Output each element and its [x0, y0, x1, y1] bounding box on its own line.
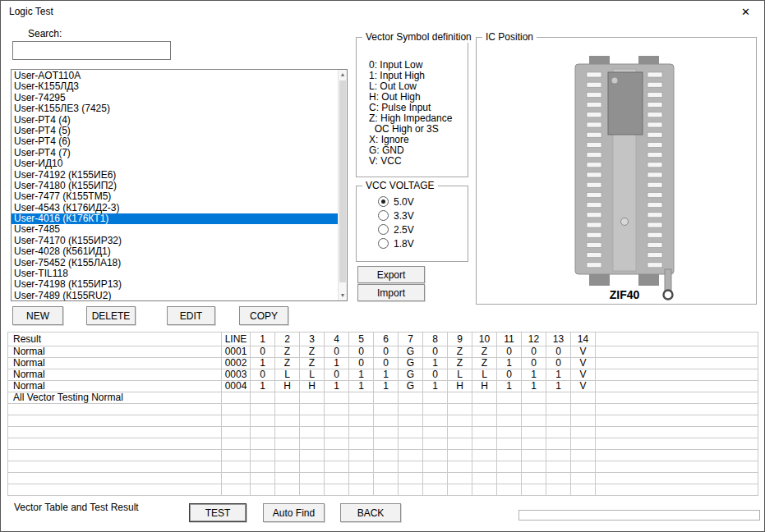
vector-row[interactable]: Normal00041HH111G1HH111V	[8, 381, 758, 392]
test-button[interactable]: TEST	[189, 503, 247, 522]
vector-row[interactable]: Normal00021ZZ100G1ZZ100V	[8, 358, 758, 369]
zif-socket-graphic: ZIF40	[559, 54, 698, 302]
device-list-item[interactable]: User-К155ЛД3	[12, 81, 338, 92]
empty-cell	[300, 415, 325, 427]
empty-cell	[300, 484, 325, 496]
back-button[interactable]: BACK	[340, 503, 401, 522]
vector-table[interactable]: ResultLINE1234567891011121314Normal00010…	[7, 332, 758, 496]
radio-icon[interactable]	[378, 210, 389, 221]
empty-cell	[251, 427, 275, 438]
empty-cell	[571, 461, 596, 473]
device-list-item[interactable]: User-4028 (К561ИД1)	[12, 246, 338, 257]
edit-button[interactable]: EDIT	[167, 306, 215, 325]
vector-cell: 1	[522, 369, 546, 381]
empty-cell	[349, 404, 374, 415]
device-list-item[interactable]: User-РТ4 (7)	[12, 148, 338, 158]
empty-cell	[325, 461, 349, 473]
vector-cell: G	[399, 346, 423, 358]
result-cell: Normal	[8, 369, 222, 381]
radio-icon[interactable]	[378, 196, 389, 207]
device-list-item[interactable]: User-РТ4 (4)	[12, 115, 338, 126]
empty-row	[8, 427, 758, 438]
device-list-item[interactable]: User-AOT110A	[12, 71, 338, 81]
vcc-option-label: 1.8V	[394, 238, 414, 250]
device-list-item[interactable]: User-РТ4 (6)	[12, 136, 338, 147]
device-list-item[interactable]: User-4016 (К176КТ1)	[12, 213, 338, 224]
copy-button[interactable]: COPY	[239, 306, 288, 325]
empty-cell	[374, 404, 399, 415]
empty-cell	[374, 484, 399, 496]
vcc-option-5.0V[interactable]: 5.0V	[378, 195, 414, 209]
empty-cell	[546, 415, 571, 427]
device-list-item[interactable]: User-7489 (К155RU2)	[12, 291, 338, 301]
fill-cell	[596, 381, 758, 392]
empty-cell	[251, 473, 275, 484]
empty-cell	[374, 473, 399, 484]
table-header-cell: 7	[399, 332, 423, 346]
device-list-item[interactable]: User-РТ4 (5)	[12, 126, 338, 136]
vcc-option-2.5V[interactable]: 2.5V	[378, 222, 414, 236]
device-list-item[interactable]: User-К155ЛЕ3 (7425)	[12, 103, 338, 114]
scrollbar-thumb[interactable]	[339, 80, 346, 282]
device-list-item[interactable]: User-74180 (К155ИП2)	[12, 181, 338, 191]
empty-cell	[374, 461, 399, 473]
device-list-item[interactable]: User-TIL118	[12, 268, 338, 279]
vector-row[interactable]: Normal00010ZZ000G0ZZ000V	[8, 346, 758, 358]
empty-cell	[275, 461, 300, 473]
vcc-option-1.8V[interactable]: 1.8V	[378, 236, 414, 250]
vcc-option-3.3V[interactable]: 3.3V	[378, 209, 414, 222]
list-scrollbar[interactable]: ▲ ▼	[338, 70, 347, 300]
empty-cell	[522, 415, 546, 427]
empty-cell	[349, 461, 374, 473]
radio-icon[interactable]	[378, 238, 389, 249]
empty-cell	[522, 404, 546, 415]
table-header-cell: Result	[8, 332, 222, 346]
empty-cell	[596, 473, 758, 484]
empty-cell	[275, 473, 300, 484]
device-list-item[interactable]: User-ИД10	[12, 158, 338, 169]
device-list-item[interactable]: User-74198 (К155ИР13)	[12, 279, 338, 290]
vector-cell: V	[571, 369, 596, 381]
empty-cell	[251, 404, 275, 415]
empty-cell	[399, 392, 423, 404]
vector-row[interactable]: Normal00030LL011G0LL011V	[8, 369, 758, 381]
fill-cell	[596, 346, 758, 358]
device-list-item[interactable]: User-4543 (К176ИД2-3)	[12, 203, 338, 213]
scroll-up-icon[interactable]: ▲	[339, 70, 347, 80]
empty-cell	[399, 461, 423, 473]
empty-cell	[522, 427, 546, 438]
empty-cell	[349, 484, 374, 496]
empty-cell	[448, 484, 472, 496]
device-list-item[interactable]: User-75452 (К155ЛА18)	[12, 258, 338, 268]
export-button[interactable]: Export	[357, 266, 425, 283]
device-list-item[interactable]: User-74295	[12, 93, 338, 103]
device-list-item[interactable]: User-74170 (К155ИР32)	[12, 236, 338, 246]
empty-cell	[571, 450, 596, 461]
scroll-down-icon[interactable]: ▼	[339, 291, 347, 300]
footer-label: Vector Table and Test Result	[14, 502, 139, 513]
new-button[interactable]: NEW	[12, 306, 63, 325]
vector-cell: 0	[349, 346, 374, 358]
empty-cell	[300, 392, 325, 404]
empty-cell	[596, 427, 758, 438]
device-list-item[interactable]: User-74192 (К155ИЕ6)	[12, 170, 338, 181]
empty-cell	[423, 484, 448, 496]
empty-cell	[349, 392, 374, 404]
device-list-item[interactable]: User-7477 (К155ТМ5)	[12, 191, 338, 202]
auto-find-button[interactable]: Auto Find	[263, 503, 325, 522]
device-list-item[interactable]: User-7485	[12, 224, 338, 235]
search-input[interactable]	[12, 41, 171, 60]
import-button[interactable]: Import	[357, 284, 425, 301]
vector-cell: 1	[546, 381, 571, 392]
delete-button[interactable]: DELETE	[86, 306, 136, 325]
empty-row	[8, 404, 758, 415]
table-header-cell: 8	[423, 332, 448, 346]
radio-icon[interactable]	[378, 224, 389, 235]
fill-cell	[596, 369, 758, 381]
close-icon[interactable]: ✕	[727, 1, 764, 22]
line-cell: 0003	[222, 369, 251, 381]
vector-cell: H	[300, 381, 325, 392]
titlebar[interactable]: Logic Test	[1, 1, 764, 22]
empty-cell	[275, 415, 300, 427]
device-listbox[interactable]: User-AOT110AUser-К155ЛД3User-74295User-К…	[11, 69, 348, 301]
